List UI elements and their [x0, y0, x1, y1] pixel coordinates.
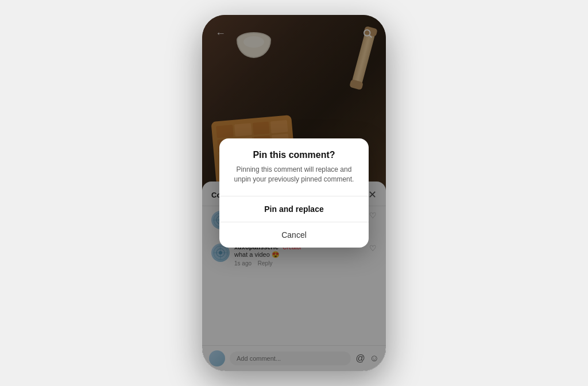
- modal-body-text: Pinning this comment will replace and un…: [231, 165, 357, 184]
- modal-overlay: Pin this comment? Pinning this comment w…: [202, 15, 386, 371]
- modal-title: Pin this comment?: [231, 150, 357, 160]
- phone-inner: ← Comm... ✕: [202, 15, 386, 371]
- pin-comment-modal: Pin this comment? Pinning this comment w…: [219, 138, 369, 248]
- phone-frame: ← Comm... ✕: [202, 15, 386, 371]
- cancel-button[interactable]: Cancel: [219, 222, 369, 248]
- pin-and-replace-button[interactable]: Pin and replace: [219, 196, 369, 222]
